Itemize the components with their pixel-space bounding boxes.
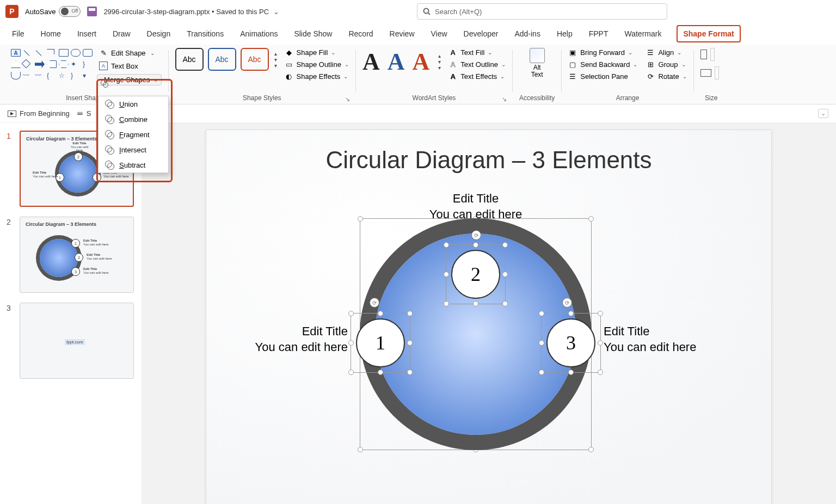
alt-text-button[interactable]: AltText [525,48,549,78]
rotate-handle-2[interactable]: ⟳ [471,230,481,240]
text-box-button[interactable]: A Text Box [97,61,162,71]
style-swatch-3[interactable]: Abc [241,48,269,71]
arc-icon[interactable] [11,72,21,79]
slide[interactable]: Circular Diagram – 3 Elements Edit Title… [206,130,772,504]
tab-view[interactable]: View [430,27,448,40]
rotate-handle-3[interactable]: ⟳ [562,298,572,308]
style-swatch-1[interactable]: Abc [175,48,204,71]
label-top[interactable]: Edit Title You can edit here [421,191,530,222]
autosave-label: AutoSave [25,8,56,16]
fill-icon: ◆ [285,48,293,57]
autosave-control[interactable]: AutoSave Off [25,6,81,17]
text-effects-button[interactable]: AText Effects⌄ [448,72,506,81]
line-arrow-icon[interactable] [36,50,42,56]
align-button[interactable]: ☰Align⌄ [646,48,686,57]
shape-outline-button[interactable]: ▭Shape Outline⌄ [285,60,349,69]
tab-file[interactable]: File [11,27,26,40]
tab-home[interactable]: Home [40,27,62,40]
tab-record[interactable]: Record [347,27,374,40]
from-beginning-button[interactable]: ▶ From Beginning [8,109,70,118]
tab-addins[interactable]: Add-ins [513,27,541,40]
slide-canvas-area[interactable]: Circular Diagram – 3 Elements Edit Title… [142,123,836,504]
merge-union[interactable]: Union [99,96,168,112]
tab-slideshow[interactable]: Slide Show [293,27,333,40]
rotate-handle-1[interactable]: ⟳ [370,298,379,308]
slide-thumbnail-2[interactable]: Circular Diagram – 3 Elements 1 2 3 Edit… [20,217,134,293]
wordart-launcher[interactable]: ↘ [502,96,507,103]
wordart-style-3[interactable]: A [413,48,430,76]
tab-help[interactable]: Help [556,27,574,40]
ribbon-collapse-button[interactable]: ⌄ [818,109,828,118]
tab-fppt[interactable]: FPPT [588,27,610,40]
hexagon-icon[interactable] [59,60,69,68]
triangle-icon[interactable] [11,60,21,68]
style-gallery-more[interactable]: ▴▾▾ [274,51,277,69]
wordart-gallery-more[interactable]: ▴▾▾ [438,53,441,71]
rotate-button[interactable]: ⟳Rotate⌄ [646,72,686,81]
slide-thumbnail-3[interactable]: fppt.com [20,303,134,379]
diagram-circle-3[interactable]: 3 [546,318,595,367]
diamond-icon[interactable] [22,59,31,69]
send-backward-button[interactable]: ▢Send Backward⌄ [568,60,637,69]
tab-animations[interactable]: Animations [239,27,279,40]
style-swatch-2[interactable]: Abc [208,48,236,71]
tab-shape-format[interactable]: Shape Format [677,25,740,42]
shape-fill-button[interactable]: ◆Shape Fill⌄ [285,48,349,57]
label-right[interactable]: Edit Title You can edit here [604,324,718,355]
width-input[interactable] [700,66,719,79]
rounded-rect-icon[interactable] [83,49,93,57]
arrow-right-icon[interactable] [35,60,45,68]
selection-pane-icon: ☰ [568,72,577,81]
tab-developer[interactable]: Developer [463,27,500,40]
merge-fragment[interactable]: Fragment [99,127,168,142]
shape-styles-launcher[interactable]: ↘ [345,96,350,103]
save-icon[interactable] [87,7,97,16]
thumb-number-1: 1 [7,131,14,207]
text-outline-icon: A [448,60,457,69]
document-title[interactable]: 2996-circular-3-step-diagram.pptx • Save… [103,8,279,16]
text-fill-button[interactable]: AText Fill⌄ [448,48,506,57]
line-shape-icon[interactable] [24,50,30,56]
bring-forward-button[interactable]: ▣Bring Forward⌄ [568,48,637,57]
style-gallery[interactable]: Abc Abc Abc ▴▾▾ [175,48,277,71]
rectangle-icon[interactable] [59,49,69,57]
connector-icon[interactable] [47,49,54,54]
group-wordart-styles: A A A ▴▾▾ AText Fill⌄ AText Outline⌄ ATe… [359,48,509,104]
group-arrange: ▣Bring Forward⌄ ☰Align⌄ ▢Send Backward⌄ … [565,48,690,104]
edit-shape-button[interactable]: ✎ Edit Shape⌄ [97,48,162,58]
text-outline-button[interactable]: AText Outline⌄ [448,60,506,69]
label-left[interactable]: Edit Title You can edit here [233,324,348,355]
search-input[interactable]: Search (Alt+Q) [417,3,667,20]
group-button[interactable]: ⊞Group⌄ [646,60,686,69]
tab-insert[interactable]: Insert [76,27,97,40]
shape-effects-button[interactable]: ◐Shape Effects⌄ [285,72,349,81]
merge-combine[interactable]: Combine [99,112,168,127]
arrow-left-icon[interactable] [47,60,57,68]
height-input[interactable] [700,48,719,61]
tab-transitions[interactable]: Transitions [186,27,225,40]
wordart-style-1[interactable]: A [362,48,380,76]
tab-watermark[interactable]: Watermark [623,27,662,40]
diagram-circle-1[interactable]: 1 [356,318,405,367]
rotate-icon: ⟳ [646,72,655,81]
width-icon [700,69,711,77]
tab-draw[interactable]: Draw [112,27,132,40]
slide-title[interactable]: Circular Diagram – 3 Elements [206,146,771,174]
ellipse-icon[interactable] [71,49,81,57]
tab-design[interactable]: Design [146,27,172,40]
autosave-toggle[interactable]: Off [59,6,81,17]
tab-review[interactable]: Review [389,27,416,40]
selection-pane-button[interactable]: ☰Selection Pane [568,72,637,81]
wordart-style-2[interactable]: A [388,48,405,76]
share-button[interactable]: ⩸S [76,109,91,118]
merge-subtract[interactable]: Subtract [99,157,168,173]
alt-text-icon [530,48,545,63]
merge-intersect[interactable]: Intersect [99,142,168,157]
svg-point-0 [424,9,429,14]
work-area: 1 Circular Diagram – 3 Elements 2 1 3 Ed… [0,123,836,504]
merge-shapes-button[interactable]: Merge Shapes⌄ [97,74,162,85]
wordart-gallery[interactable]: A A A ▴▾▾ [362,48,441,76]
shape-gallery[interactable]: A ✦ } 〰 〰 { ☆ } ▾ [11,48,93,82]
textbox-shape-icon[interactable]: A [11,49,21,57]
diagram-circle-2[interactable]: 2 [451,250,500,299]
